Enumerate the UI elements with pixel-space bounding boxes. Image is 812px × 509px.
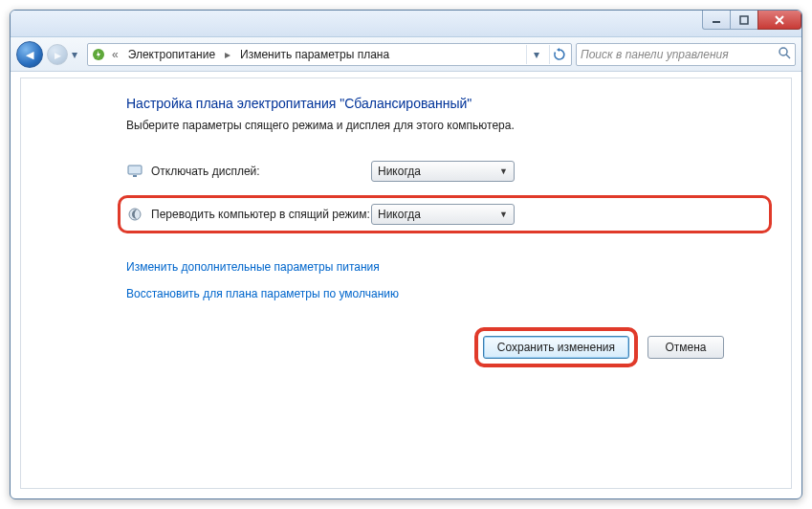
links-section: Изменить дополнительные параметры питани… xyxy=(126,260,772,300)
display-off-value: Никогда xyxy=(378,165,421,178)
button-row: Сохранить изменения Отмена xyxy=(126,327,772,367)
navigation-bar: ▾ « Электропитание ▸ Изменить параметры … xyxy=(11,37,801,72)
sleep-dropdown[interactable]: Никогда ▼ xyxy=(371,204,515,225)
control-panel-window: ▾ « Электропитание ▸ Изменить параметры … xyxy=(10,10,802,499)
maximize-button[interactable] xyxy=(730,11,758,30)
recent-dropdown[interactable]: ▾ xyxy=(72,48,83,61)
moon-icon xyxy=(126,206,143,223)
forward-button[interactable] xyxy=(47,44,68,65)
address-dropdown-button[interactable]: ▾ xyxy=(526,45,545,64)
page-subtitle: Выберите параметры спящего режима и дисп… xyxy=(126,119,772,132)
search-placeholder: Поиск в панели управления xyxy=(581,48,778,61)
search-input[interactable]: Поиск в панели управления xyxy=(576,43,796,66)
chevron-down-icon: ▼ xyxy=(499,166,508,176)
svg-point-3 xyxy=(779,48,787,55)
setting-row-sleep: Переводить компьютер в спящий режим: Ник… xyxy=(118,195,772,233)
close-button[interactable] xyxy=(757,11,801,30)
save-button[interactable]: Сохранить изменения xyxy=(483,336,629,359)
breadcrumb-root: « xyxy=(110,48,121,61)
sleep-value: Никогда xyxy=(378,208,421,221)
cancel-button[interactable]: Отмена xyxy=(647,336,724,359)
breadcrumb-item[interactable]: Изменить параметры плана xyxy=(236,48,393,61)
address-bar[interactable]: « Электропитание ▸ Изменить параметры пл… xyxy=(87,43,572,66)
monitor-icon xyxy=(126,163,143,180)
sleep-label: Переводить компьютер в спящий режим: xyxy=(151,208,371,221)
breadcrumb-item[interactable]: Электропитание xyxy=(124,48,219,61)
setting-row-display: Отключать дисплей: Никогда ▼ xyxy=(126,161,772,182)
refresh-button[interactable] xyxy=(549,45,568,64)
back-button[interactable] xyxy=(16,41,43,68)
display-off-dropdown[interactable]: Никогда ▼ xyxy=(371,161,515,182)
arrow-right-icon xyxy=(55,48,61,61)
content-pane: Настройка плана электропитания "Сбаланси… xyxy=(20,77,792,489)
svg-line-4 xyxy=(786,55,790,58)
window-controls xyxy=(703,11,801,30)
advanced-settings-link[interactable]: Изменить дополнительные параметры питани… xyxy=(126,260,772,274)
svg-rect-6 xyxy=(133,175,137,177)
search-icon xyxy=(778,46,791,62)
power-plan-icon xyxy=(91,47,106,62)
breadcrumb-separator-icon: ▸ xyxy=(223,48,232,61)
minimize-button[interactable] xyxy=(702,11,731,30)
titlebar xyxy=(11,11,801,37)
display-off-label: Отключать дисплей: xyxy=(151,165,371,178)
arrow-left-icon xyxy=(26,48,33,61)
page-title: Настройка плана электропитания "Сбаланси… xyxy=(126,96,772,111)
svg-rect-1 xyxy=(740,16,748,24)
restore-defaults-link[interactable]: Восстановить для плана параметры по умол… xyxy=(126,287,772,300)
save-highlight: Сохранить изменения xyxy=(474,327,638,367)
svg-rect-0 xyxy=(713,21,720,23)
chevron-down-icon: ▼ xyxy=(499,210,508,219)
svg-rect-5 xyxy=(128,166,142,174)
